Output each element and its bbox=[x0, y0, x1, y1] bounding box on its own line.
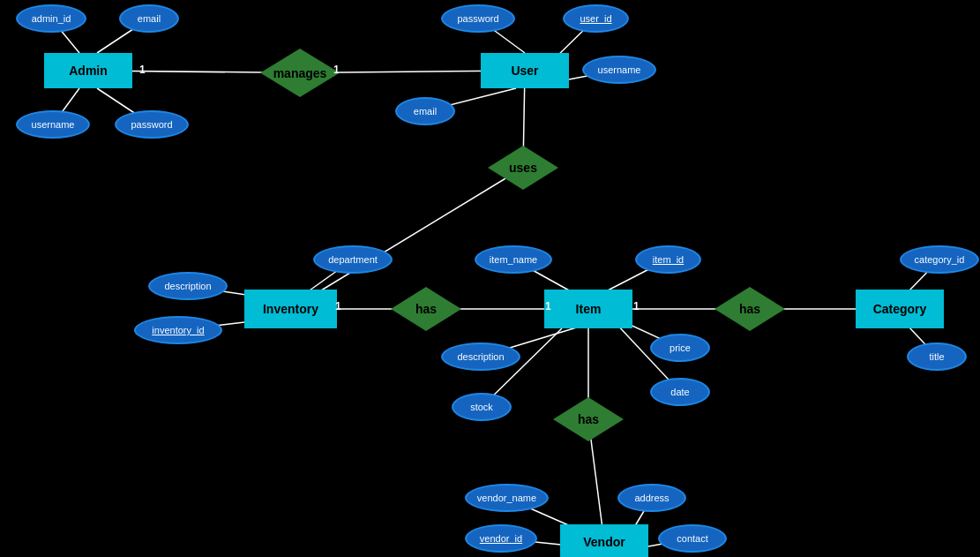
entity-item[interactable]: Item bbox=[544, 290, 632, 328]
attribute-vendor_contact: contact bbox=[658, 524, 727, 553]
attribute-admin_username: username bbox=[16, 110, 90, 139]
attribute-user_id: user_id bbox=[563, 4, 629, 33]
attribute-inv_inventory_id: inventory_id bbox=[134, 316, 222, 344]
relationship-has2[interactable]: has bbox=[714, 287, 785, 331]
attribute-user_email: email bbox=[395, 97, 455, 125]
attribute-user_password: password bbox=[441, 4, 515, 33]
attribute-vendor_address: address bbox=[617, 484, 686, 512]
entity-admin[interactable]: Admin bbox=[44, 53, 132, 88]
attribute-inv_department: department bbox=[313, 245, 393, 274]
cardinality-4: 1 bbox=[633, 300, 640, 312]
attribute-user_username: username bbox=[582, 56, 656, 84]
attribute-item_item_name: item_name bbox=[475, 245, 552, 274]
attribute-admin_password: password bbox=[115, 110, 189, 139]
attribute-item_item_id: item_id bbox=[635, 245, 701, 274]
erd-diagram: AdminUserInventoryItemCategoryVendormana… bbox=[0, 0, 980, 557]
entity-category[interactable]: Category bbox=[856, 290, 944, 328]
entity-user[interactable]: User bbox=[481, 53, 569, 88]
cardinality-1: 1 bbox=[333, 64, 340, 76]
attribute-admin_email: email bbox=[119, 4, 179, 33]
entity-inventory[interactable]: Inventory bbox=[244, 290, 337, 328]
attribute-inv_description: description bbox=[148, 272, 228, 300]
cardinality-0: 1 bbox=[139, 64, 146, 76]
relationship-has1[interactable]: has bbox=[391, 287, 461, 331]
attribute-vendor_id: vendor_id bbox=[465, 524, 537, 553]
attribute-item_date: date bbox=[650, 378, 710, 406]
attribute-vendor_name: vendor_name bbox=[465, 484, 549, 512]
relationship-manages[interactable]: manages bbox=[260, 49, 340, 97]
attribute-cat_category_id: category_id bbox=[900, 245, 979, 274]
attribute-cat_title: title bbox=[907, 342, 967, 371]
attribute-item_description: description bbox=[441, 342, 520, 371]
attribute-item_stock: stock bbox=[452, 393, 512, 421]
entity-vendor[interactable]: Vendor bbox=[560, 524, 648, 557]
attribute-item_price: price bbox=[650, 334, 710, 362]
relationship-has3[interactable]: has bbox=[553, 397, 624, 441]
relationship-uses[interactable]: uses bbox=[488, 146, 558, 190]
cardinality-2: 1 bbox=[335, 300, 341, 312]
attribute-admin_id: admin_id bbox=[16, 4, 86, 33]
cardinality-3: 1 bbox=[545, 300, 551, 312]
